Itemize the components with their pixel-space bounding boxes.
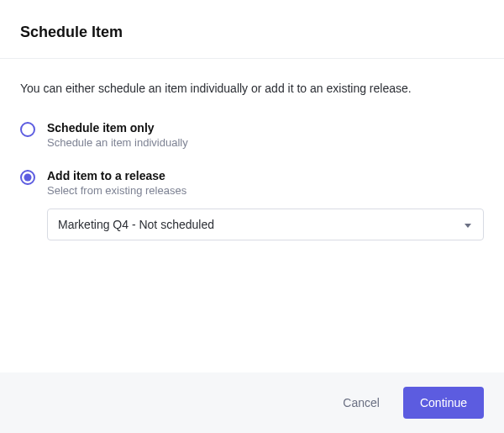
modal-title: Schedule Item: [20, 24, 484, 41]
option-title: Add item to a release: [47, 169, 186, 182]
option-text: Add item to a release Select from existi…: [47, 169, 186, 197]
continue-button[interactable]: Continue: [403, 387, 484, 419]
release-select-wrap: Marketing Q4 - Not scheduled: [47, 209, 484, 240]
schedule-options: Schedule item only Schedule an item indi…: [20, 121, 484, 240]
option-subtitle: Schedule an item individually: [47, 136, 188, 149]
option-subtitle: Select from existing releases: [47, 184, 186, 197]
option-text: Schedule item only Schedule an item indi…: [47, 121, 188, 149]
option-schedule-only[interactable]: Schedule item only Schedule an item indi…: [20, 121, 484, 149]
release-select-value: Marketing Q4 - Not scheduled: [58, 218, 451, 231]
option-add-to-release[interactable]: Add item to a release Select from existi…: [20, 169, 484, 197]
modal-header: Schedule Item: [0, 0, 504, 59]
radio-unselected-icon: [20, 122, 35, 137]
schedule-item-modal: Schedule Item You can either schedule an…: [0, 0, 504, 433]
modal-body: You can either schedule an item individu…: [0, 59, 504, 372]
cancel-button[interactable]: Cancel: [339, 389, 383, 416]
chevron-down-icon: [465, 224, 471, 228]
svg-point-0: [21, 123, 34, 136]
option-title: Schedule item only: [47, 121, 188, 135]
release-select[interactable]: Marketing Q4 - Not scheduled: [47, 209, 484, 240]
radio-selected-icon: [20, 170, 35, 185]
svg-point-2: [24, 173, 32, 181]
modal-footer: Cancel Continue: [0, 372, 504, 433]
modal-description: You can either schedule an item individu…: [20, 81, 484, 98]
